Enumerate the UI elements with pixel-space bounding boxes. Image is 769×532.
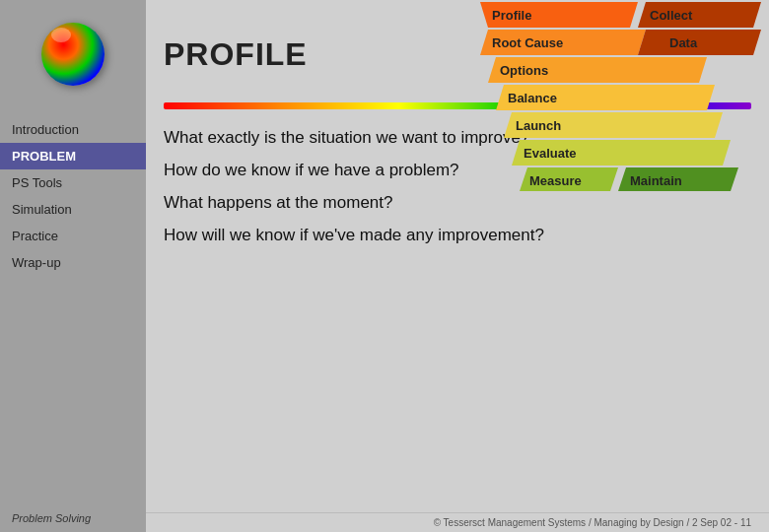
svg-text:Launch: Launch bbox=[516, 118, 561, 133]
svg-text:Collect: Collect bbox=[650, 8, 693, 23]
sidebar-item-simulation[interactable]: Simulation bbox=[0, 196, 146, 223]
content-item-3: How will we know if we've made any impro… bbox=[164, 225, 745, 247]
sidebar-nav: IntroductionPROBLEMPS ToolsSimulationPra… bbox=[0, 108, 146, 276]
footer: © Tessersct Management Systems / Managin… bbox=[146, 512, 769, 532]
profile-diagram: Profile Collect Root Cause Data Options … bbox=[480, 2, 761, 195]
main-content: PROFILE Profile Collect Root Cause Data … bbox=[146, 0, 769, 532]
sidebar-item-wrap-up[interactable]: Wrap-up bbox=[0, 249, 146, 276]
sidebar-item-problem[interactable]: PROBLEM bbox=[0, 143, 146, 169]
svg-marker-6 bbox=[638, 30, 761, 55]
svg-text:Profile: Profile bbox=[492, 8, 531, 23]
sidebar-item-practice[interactable]: Practice bbox=[0, 223, 146, 249]
svg-text:Data: Data bbox=[669, 35, 698, 50]
diagram-svg: Profile Collect Root Cause Data Options … bbox=[480, 2, 761, 191]
svg-text:Maintain: Maintain bbox=[630, 173, 682, 188]
sidebar-item-ps-tools[interactable]: PS Tools bbox=[0, 169, 146, 196]
svg-text:Evaluate: Evaluate bbox=[524, 146, 576, 161]
page-title: PROFILE bbox=[164, 36, 308, 73]
content-item-2: What happens at the moment? bbox=[164, 192, 745, 215]
sidebar-item-introduction[interactable]: Introduction bbox=[0, 116, 146, 143]
header: PROFILE Profile Collect Root Cause Data … bbox=[146, 0, 769, 99]
svg-text:Balance: Balance bbox=[508, 91, 557, 105]
sidebar: IntroductionPROBLEMPS ToolsSimulationPra… bbox=[0, 0, 146, 532]
svg-text:Root Cause: Root Cause bbox=[492, 35, 563, 50]
sidebar-logo bbox=[0, 0, 146, 108]
svg-text:Measure: Measure bbox=[529, 173, 582, 188]
sidebar-bottom-label: Problem Solving bbox=[0, 504, 146, 532]
svg-text:Options: Options bbox=[500, 63, 548, 78]
logo-sphere bbox=[41, 23, 105, 86]
